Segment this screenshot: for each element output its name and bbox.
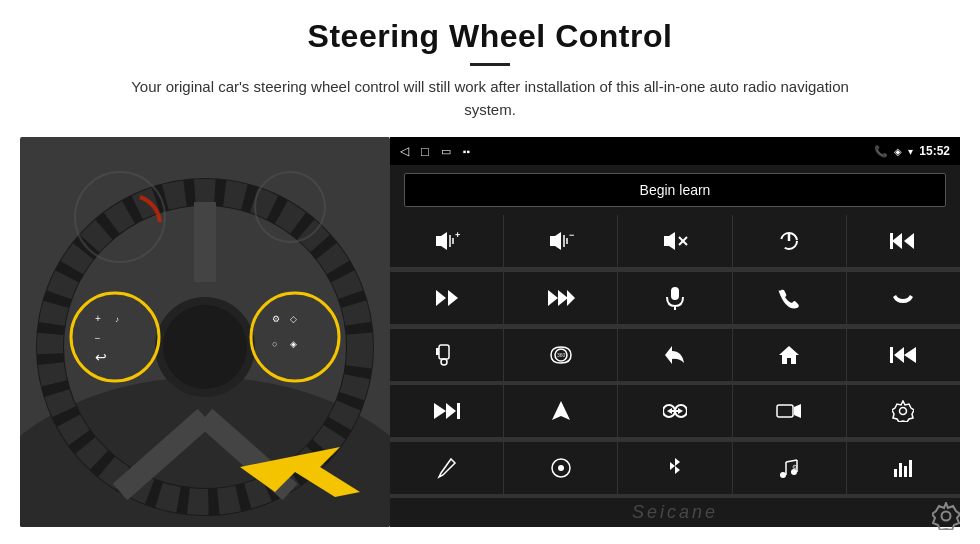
- svg-text:−: −: [569, 230, 574, 240]
- clock-display: 15:52: [919, 144, 950, 158]
- speaker-button[interactable]: [390, 329, 503, 381]
- home-nav-icon[interactable]: □: [421, 144, 429, 159]
- toggle-button[interactable]: [618, 385, 731, 437]
- svg-marker-52: [779, 346, 799, 364]
- content-area: + ⎯ ♪ ↩ ⚙ ◇ ○ ◈: [20, 137, 960, 527]
- svg-point-80: [942, 512, 951, 521]
- svg-marker-57: [434, 403, 446, 419]
- svg-marker-58: [446, 403, 456, 419]
- svg-text:⚙: ⚙: [272, 314, 280, 324]
- svg-marker-24: [436, 232, 447, 250]
- svg-marker-44: [567, 290, 575, 306]
- svg-marker-28: [550, 232, 561, 250]
- svg-marker-37: [892, 233, 902, 249]
- svg-marker-40: [436, 290, 446, 306]
- status-nav-icons: ◁ □ ▭ ▪▪: [400, 144, 470, 159]
- page-title: Steering Wheel Control: [40, 18, 940, 55]
- location-status-icon: ◈: [894, 146, 902, 157]
- svg-point-69: [558, 465, 564, 471]
- begin-learn-row: Begin learn: [390, 165, 960, 215]
- svg-rect-47: [439, 345, 449, 359]
- svg-text:360°: 360°: [557, 352, 567, 358]
- end-call-button[interactable]: [847, 272, 960, 324]
- microphone-button[interactable]: [618, 272, 731, 324]
- skip-back-button[interactable]: [847, 329, 960, 381]
- fast-forward-button[interactable]: [504, 272, 617, 324]
- next-button[interactable]: [390, 272, 503, 324]
- skip-forward-button[interactable]: [390, 385, 503, 437]
- svg-rect-45: [671, 287, 679, 300]
- svg-marker-66: [794, 404, 801, 418]
- settings-button[interactable]: [847, 385, 960, 437]
- svg-rect-65: [777, 405, 793, 417]
- svg-marker-32: [664, 232, 675, 250]
- svg-rect-39: [890, 233, 893, 249]
- svg-text:+: +: [95, 313, 101, 324]
- svg-rect-53: [890, 347, 893, 363]
- svg-point-70: [780, 472, 786, 478]
- svg-marker-41: [448, 290, 458, 306]
- svg-point-67: [900, 408, 907, 415]
- svg-marker-55: [894, 347, 904, 363]
- svg-rect-14: [255, 295, 335, 375]
- svg-rect-78: [904, 466, 907, 477]
- steering-wheel-image: + ⎯ ♪ ↩ ⚙ ◇ ○ ◈: [20, 137, 390, 527]
- svg-marker-64: [667, 408, 672, 414]
- record-video-button[interactable]: [733, 385, 846, 437]
- svg-rect-77: [899, 463, 902, 477]
- home-button[interactable]: [733, 329, 846, 381]
- svg-marker-54: [904, 347, 916, 363]
- begin-learn-button[interactable]: Begin learn: [404, 173, 946, 207]
- recents-nav-icon[interactable]: ▭: [441, 145, 451, 158]
- status-bar: ◁ □ ▭ ▪▪ 📞 ◈ ▾ 15:52: [390, 137, 960, 165]
- svg-marker-63: [678, 408, 683, 414]
- prev-track-button[interactable]: [847, 215, 960, 267]
- svg-text:♪: ♪: [115, 315, 119, 324]
- svg-marker-49: [436, 348, 439, 355]
- svg-point-48: [441, 359, 447, 365]
- vol-up-button[interactable]: +: [390, 215, 503, 267]
- svg-rect-56: [457, 403, 460, 419]
- svg-line-74: [786, 460, 797, 462]
- svg-point-8: [163, 305, 247, 389]
- svg-text:◇: ◇: [290, 314, 297, 324]
- vol-down-button[interactable]: −: [504, 215, 617, 267]
- status-right-icons: 📞 ◈ ▾ 15:52: [874, 144, 950, 158]
- signal-bars-icon: ▪▪: [463, 146, 470, 157]
- android-panel: ◁ □ ▭ ▪▪ 📞 ◈ ▾ 15:52 Begin learn: [390, 137, 960, 527]
- page: Steering Wheel Control Your original car…: [0, 0, 980, 544]
- seicane-label: Seicane: [632, 502, 718, 522]
- mode-button[interactable]: [504, 442, 617, 494]
- svg-marker-43: [558, 290, 568, 306]
- music-button[interactable]: ⚙: [733, 442, 846, 494]
- wifi-status-icon: ▾: [908, 146, 913, 157]
- header-description: Your original car's steering wheel contr…: [110, 76, 870, 121]
- svg-text:○: ○: [272, 339, 277, 349]
- svg-rect-9: [75, 295, 155, 375]
- bluetooth-button[interactable]: [618, 442, 731, 494]
- title-divider: [470, 63, 510, 66]
- control-button-grid: + −: [390, 215, 960, 498]
- svg-marker-38: [904, 233, 914, 249]
- pen-button[interactable]: [390, 442, 503, 494]
- svg-marker-59: [552, 401, 570, 420]
- header-section: Steering Wheel Control Your original car…: [0, 0, 980, 127]
- gear-settings-icon[interactable]: [932, 502, 960, 536]
- call-button[interactable]: [733, 272, 846, 324]
- power-button[interactable]: [733, 215, 846, 267]
- equalizer-button[interactable]: [847, 442, 960, 494]
- mute-button[interactable]: [618, 215, 731, 267]
- svg-text:⎯: ⎯: [95, 330, 100, 339]
- svg-text:◈: ◈: [290, 339, 297, 349]
- back-nav-icon[interactable]: ◁: [400, 144, 409, 158]
- navigation-button[interactable]: [504, 385, 617, 437]
- camera-360-button[interactable]: 360°: [504, 329, 617, 381]
- svg-rect-76: [894, 469, 897, 477]
- svg-text:↩: ↩: [95, 349, 107, 365]
- back-button[interactable]: [618, 329, 731, 381]
- seicane-watermark: Seicane: [390, 498, 960, 527]
- svg-marker-42: [548, 290, 558, 306]
- phone-status-icon: 📞: [874, 145, 888, 158]
- svg-text:⚙: ⚙: [792, 464, 797, 470]
- svg-text:+: +: [455, 230, 460, 240]
